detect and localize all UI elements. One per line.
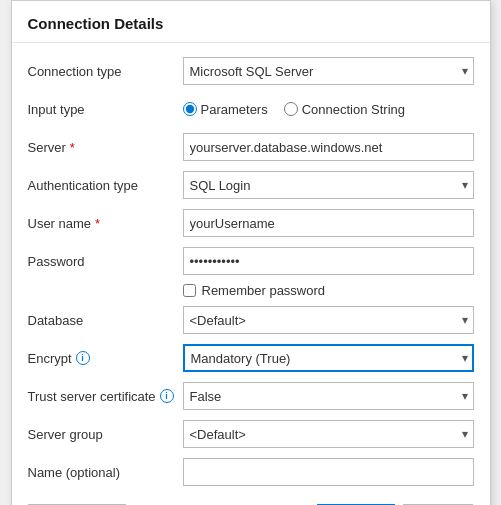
username-input[interactable] [183, 209, 474, 237]
server-control [183, 133, 474, 161]
database-select[interactable]: <Default> [183, 306, 474, 334]
connection-type-label: Connection type [28, 64, 183, 79]
radio-parameters-label: Parameters [201, 102, 268, 117]
server-required-indicator: * [70, 140, 75, 155]
name-control [183, 458, 474, 486]
database-row: Database <Default> [28, 304, 474, 336]
trust-cert-control: False True [183, 382, 474, 410]
trust-cert-row: Trust server certificate i False True [28, 380, 474, 412]
remember-password-row: Remember password [28, 283, 474, 298]
radio-parameters-input[interactable] [183, 102, 197, 116]
username-required-indicator: * [95, 216, 100, 231]
trust-cert-label: Trust server certificate i [28, 389, 183, 404]
radio-parameters[interactable]: Parameters [183, 102, 268, 117]
password-row: Password [28, 245, 474, 277]
form-body: Connection type Microsoft SQL Server Pos… [12, 51, 490, 488]
radio-connection-string-label: Connection String [302, 102, 405, 117]
auth-type-label: Authentication type [28, 178, 183, 193]
encrypt-select[interactable]: Mandatory (True) Optional (False) Strict… [183, 344, 474, 372]
dialog-footer: Advanced... Connect Cancel [12, 494, 490, 505]
dialog-title: Connection Details [12, 1, 490, 43]
server-input[interactable] [183, 133, 474, 161]
server-label: Server * [28, 140, 183, 155]
username-row: User name * [28, 207, 474, 239]
encrypt-label: Encrypt i [28, 351, 183, 366]
database-control: <Default> [183, 306, 474, 334]
remember-password-label[interactable]: Remember password [183, 283, 326, 298]
encrypt-control: Mandatory (True) Optional (False) Strict… [183, 344, 474, 372]
radio-connection-string-input[interactable] [284, 102, 298, 116]
password-label: Password [28, 254, 183, 269]
trust-cert-info-icon[interactable]: i [160, 389, 174, 403]
input-type-control: Parameters Connection String [183, 102, 474, 117]
username-label: User name * [28, 216, 183, 231]
connection-details-dialog: Connection Details Connection type Micro… [11, 0, 491, 505]
password-control [183, 247, 474, 275]
auth-type-select[interactable]: SQL Login Windows Authentication Azure A… [183, 171, 474, 199]
server-row: Server * [28, 131, 474, 163]
server-group-label: Server group [28, 427, 183, 442]
connection-type-row: Connection type Microsoft SQL Server Pos… [28, 55, 474, 87]
input-type-label: Input type [28, 102, 183, 117]
password-input[interactable] [183, 247, 474, 275]
connection-type-control: Microsoft SQL Server PostgreSQL MySQL SQ… [183, 57, 474, 85]
trust-cert-select[interactable]: False True [183, 382, 474, 410]
connection-type-select[interactable]: Microsoft SQL Server PostgreSQL MySQL SQ… [183, 57, 474, 85]
encrypt-row: Encrypt i Mandatory (True) Optional (Fal… [28, 342, 474, 374]
auth-type-control: SQL Login Windows Authentication Azure A… [183, 171, 474, 199]
server-group-control: <Default> [183, 420, 474, 448]
input-type-row: Input type Parameters Connection String [28, 93, 474, 125]
name-label: Name (optional) [28, 465, 183, 480]
server-group-select[interactable]: <Default> [183, 420, 474, 448]
name-input[interactable] [183, 458, 474, 486]
username-control [183, 209, 474, 237]
database-label: Database [28, 313, 183, 328]
server-group-row: Server group <Default> [28, 418, 474, 450]
encrypt-info-icon[interactable]: i [76, 351, 90, 365]
name-row: Name (optional) [28, 456, 474, 488]
remember-password-checkbox[interactable] [183, 284, 196, 297]
auth-type-row: Authentication type SQL Login Windows Au… [28, 169, 474, 201]
radio-connection-string[interactable]: Connection String [284, 102, 405, 117]
